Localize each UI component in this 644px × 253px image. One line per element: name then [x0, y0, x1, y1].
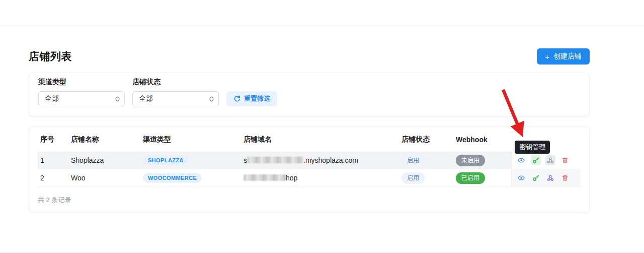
cell-store-domain: hop	[244, 174, 401, 182]
eye-icon	[518, 157, 525, 164]
view-button[interactable]	[516, 173, 526, 183]
red-annotation-arrow	[497, 85, 532, 146]
cell-webhook-status: 已启用	[456, 172, 511, 184]
cell-store-name: Shoplazza	[71, 156, 143, 164]
redacted-domain-blur	[247, 157, 303, 163]
table-row-woo[interactable]: 2 Woo WOOCOMMERCE hop 启用 已启用	[38, 169, 581, 187]
key-icon	[532, 174, 539, 181]
records-summary: 共 2 条记录	[38, 196, 581, 205]
create-store-button-label: 创建店铺	[553, 52, 582, 61]
channel-type-select[interactable]: 全部	[38, 91, 125, 106]
plus-icon: +	[545, 53, 549, 60]
redacted-domain-blur	[244, 174, 286, 181]
header-store-name: 店铺名称	[71, 135, 143, 144]
trash-icon	[561, 174, 569, 181]
status-badge-enabled: 启用	[401, 172, 425, 184]
select-chevrons-icon	[209, 96, 214, 102]
cell-webhook-status: 未启用	[456, 155, 511, 166]
header-index: 序号	[38, 135, 71, 144]
cell-store-name: Woo	[71, 174, 143, 182]
store-status-selected-value: 全部	[139, 94, 153, 103]
select-chevrons-icon	[115, 96, 120, 102]
status-badge-enabled: 启用	[401, 155, 425, 166]
header-channel-type: 渠道类型	[143, 135, 244, 144]
key-management-button[interactable]	[531, 155, 541, 165]
domain-prefix: s	[244, 156, 247, 164]
domain-suffix: hop	[286, 174, 297, 182]
cell-index: 1	[38, 156, 71, 164]
domain-suffix: .myshoplaza.com	[303, 156, 358, 164]
webhook-badge-disabled: 未启用	[456, 155, 485, 166]
cell-channel-type: WOOCOMMERCE	[143, 173, 244, 183]
cell-store-status: 启用	[401, 155, 456, 166]
key-icon	[532, 157, 539, 164]
header-store-domain: 店铺域名	[244, 135, 401, 144]
store-list-page: 店铺列表 + 创建店铺 渠道类型 全部 店铺状态 全部	[0, 0, 644, 253]
cell-store-status: 启用	[401, 172, 456, 184]
cell-store-domain: s.myshoplaza.com	[244, 156, 401, 164]
store-status-filter: 店铺状态 全部	[132, 78, 219, 106]
trash-icon	[561, 157, 569, 164]
reset-filters-button[interactable]: 重置筛选	[226, 91, 277, 106]
view-button[interactable]	[516, 155, 526, 165]
webhook-icon	[547, 174, 554, 181]
channel-badge-shoplazza: SHOPLAZZA	[143, 155, 189, 165]
store-status-label: 店铺状态	[132, 78, 219, 87]
key-management-button[interactable]	[531, 173, 541, 183]
cell-actions	[511, 152, 581, 169]
cell-index: 2	[38, 174, 71, 182]
webhook-button[interactable]	[545, 155, 555, 165]
store-status-select[interactable]: 全部	[132, 91, 219, 106]
channel-type-selected-value: 全部	[45, 94, 59, 103]
page-title: 店铺列表	[29, 49, 72, 64]
webhook-badge-enabled: 已启用	[456, 172, 485, 184]
channel-type-label: 渠道类型	[38, 78, 125, 87]
reset-filters-label: 重置筛选	[244, 94, 270, 103]
cell-channel-type: SHOPLAZZA	[143, 155, 244, 165]
page-header: 店铺列表 + 创建店铺	[29, 48, 590, 65]
header-store-status: 店铺状态	[401, 135, 456, 144]
top-navigation-bar	[0, 0, 644, 27]
delete-button[interactable]	[560, 155, 570, 165]
cell-actions	[511, 169, 581, 186]
webhook-button[interactable]	[545, 173, 555, 183]
channel-type-filter: 渠道类型 全部	[38, 78, 125, 106]
eye-icon	[518, 174, 525, 181]
create-store-button[interactable]: + 创建店铺	[537, 48, 590, 65]
delete-button[interactable]	[560, 173, 570, 183]
webhook-icon	[547, 157, 554, 164]
table-row-shoplazza[interactable]: 1 Shoplazza SHOPLAZZA s.myshoplaza.com 启…	[38, 152, 581, 169]
channel-badge-woocommerce: WOOCOMMERCE	[143, 173, 202, 183]
refresh-icon	[233, 95, 240, 102]
